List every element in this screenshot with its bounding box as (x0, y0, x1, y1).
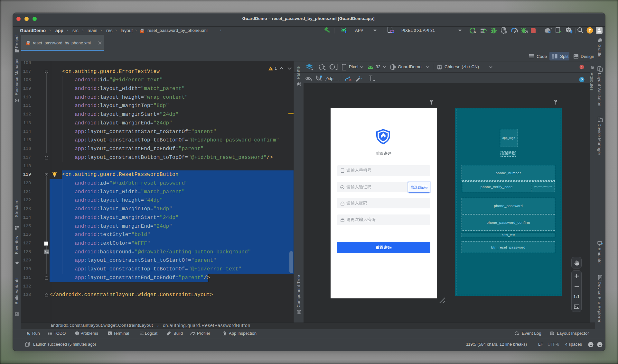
svg-text:1:1: 1:1 (574, 294, 580, 299)
svg-text:?: ? (581, 78, 583, 82)
svg-text:A: A (473, 30, 476, 34)
svg-text:<>: <> (27, 42, 30, 45)
svg-text:<>: <> (141, 31, 144, 33)
